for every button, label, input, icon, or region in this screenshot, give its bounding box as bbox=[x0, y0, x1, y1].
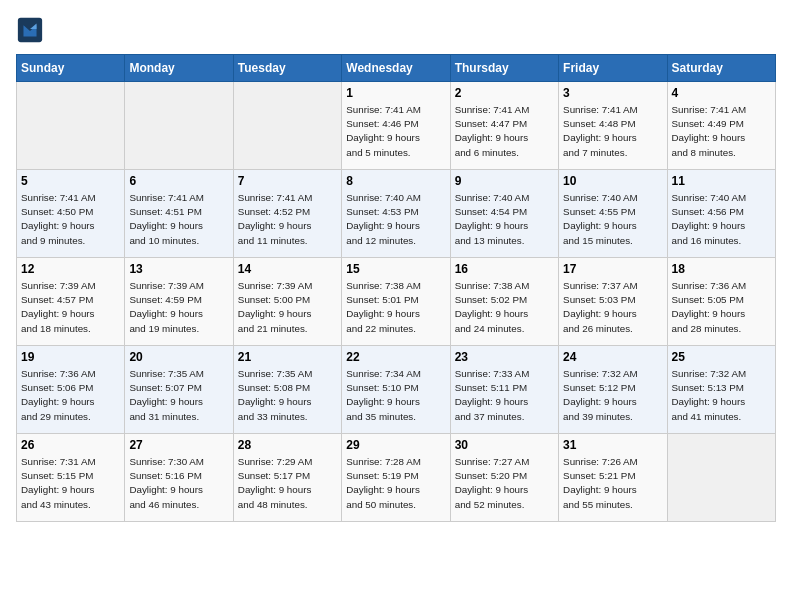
day-cell: 1Sunrise: 7:41 AM Sunset: 4:46 PM Daylig… bbox=[342, 82, 450, 170]
day-cell: 8Sunrise: 7:40 AM Sunset: 4:53 PM Daylig… bbox=[342, 170, 450, 258]
day-cell: 7Sunrise: 7:41 AM Sunset: 4:52 PM Daylig… bbox=[233, 170, 341, 258]
day-cell: 23Sunrise: 7:33 AM Sunset: 5:11 PM Dayli… bbox=[450, 346, 558, 434]
calendar-table: SundayMondayTuesdayWednesdayThursdayFrid… bbox=[16, 54, 776, 522]
day-info: Sunrise: 7:36 AM Sunset: 5:05 PM Dayligh… bbox=[672, 279, 771, 336]
day-number: 23 bbox=[455, 350, 554, 364]
day-cell: 5Sunrise: 7:41 AM Sunset: 4:50 PM Daylig… bbox=[17, 170, 125, 258]
day-info: Sunrise: 7:41 AM Sunset: 4:46 PM Dayligh… bbox=[346, 103, 445, 160]
header bbox=[16, 16, 776, 44]
day-info: Sunrise: 7:33 AM Sunset: 5:11 PM Dayligh… bbox=[455, 367, 554, 424]
day-info: Sunrise: 7:41 AM Sunset: 4:49 PM Dayligh… bbox=[672, 103, 771, 160]
day-info: Sunrise: 7:27 AM Sunset: 5:20 PM Dayligh… bbox=[455, 455, 554, 512]
day-cell: 2Sunrise: 7:41 AM Sunset: 4:47 PM Daylig… bbox=[450, 82, 558, 170]
day-cell: 19Sunrise: 7:36 AM Sunset: 5:06 PM Dayli… bbox=[17, 346, 125, 434]
day-cell: 15Sunrise: 7:38 AM Sunset: 5:01 PM Dayli… bbox=[342, 258, 450, 346]
day-info: Sunrise: 7:39 AM Sunset: 4:57 PM Dayligh… bbox=[21, 279, 120, 336]
day-cell: 27Sunrise: 7:30 AM Sunset: 5:16 PM Dayli… bbox=[125, 434, 233, 522]
day-number: 20 bbox=[129, 350, 228, 364]
day-info: Sunrise: 7:41 AM Sunset: 4:48 PM Dayligh… bbox=[563, 103, 662, 160]
day-cell: 13Sunrise: 7:39 AM Sunset: 4:59 PM Dayli… bbox=[125, 258, 233, 346]
week-row-1: 1Sunrise: 7:41 AM Sunset: 4:46 PM Daylig… bbox=[17, 82, 776, 170]
day-info: Sunrise: 7:39 AM Sunset: 5:00 PM Dayligh… bbox=[238, 279, 337, 336]
day-info: Sunrise: 7:26 AM Sunset: 5:21 PM Dayligh… bbox=[563, 455, 662, 512]
day-cell: 29Sunrise: 7:28 AM Sunset: 5:19 PM Dayli… bbox=[342, 434, 450, 522]
day-info: Sunrise: 7:41 AM Sunset: 4:52 PM Dayligh… bbox=[238, 191, 337, 248]
day-number: 25 bbox=[672, 350, 771, 364]
day-cell: 9Sunrise: 7:40 AM Sunset: 4:54 PM Daylig… bbox=[450, 170, 558, 258]
svg-rect-0 bbox=[18, 18, 42, 42]
day-info: Sunrise: 7:38 AM Sunset: 5:02 PM Dayligh… bbox=[455, 279, 554, 336]
day-info: Sunrise: 7:35 AM Sunset: 5:07 PM Dayligh… bbox=[129, 367, 228, 424]
day-cell: 18Sunrise: 7:36 AM Sunset: 5:05 PM Dayli… bbox=[667, 258, 775, 346]
day-header-wednesday: Wednesday bbox=[342, 55, 450, 82]
day-cell: 10Sunrise: 7:40 AM Sunset: 4:55 PM Dayli… bbox=[559, 170, 667, 258]
logo-icon bbox=[16, 16, 44, 44]
day-info: Sunrise: 7:32 AM Sunset: 5:13 PM Dayligh… bbox=[672, 367, 771, 424]
day-number: 24 bbox=[563, 350, 662, 364]
day-number: 28 bbox=[238, 438, 337, 452]
day-cell: 3Sunrise: 7:41 AM Sunset: 4:48 PM Daylig… bbox=[559, 82, 667, 170]
day-cell: 24Sunrise: 7:32 AM Sunset: 5:12 PM Dayli… bbox=[559, 346, 667, 434]
day-cell bbox=[125, 82, 233, 170]
week-row-4: 19Sunrise: 7:36 AM Sunset: 5:06 PM Dayli… bbox=[17, 346, 776, 434]
day-header-tuesday: Tuesday bbox=[233, 55, 341, 82]
day-header-friday: Friday bbox=[559, 55, 667, 82]
week-row-3: 12Sunrise: 7:39 AM Sunset: 4:57 PM Dayli… bbox=[17, 258, 776, 346]
day-cell bbox=[667, 434, 775, 522]
day-number: 31 bbox=[563, 438, 662, 452]
day-info: Sunrise: 7:40 AM Sunset: 4:54 PM Dayligh… bbox=[455, 191, 554, 248]
day-info: Sunrise: 7:34 AM Sunset: 5:10 PM Dayligh… bbox=[346, 367, 445, 424]
day-cell: 31Sunrise: 7:26 AM Sunset: 5:21 PM Dayli… bbox=[559, 434, 667, 522]
day-header-sunday: Sunday bbox=[17, 55, 125, 82]
day-info: Sunrise: 7:36 AM Sunset: 5:06 PM Dayligh… bbox=[21, 367, 120, 424]
day-info: Sunrise: 7:32 AM Sunset: 5:12 PM Dayligh… bbox=[563, 367, 662, 424]
day-cell: 21Sunrise: 7:35 AM Sunset: 5:08 PM Dayli… bbox=[233, 346, 341, 434]
day-cell: 26Sunrise: 7:31 AM Sunset: 5:15 PM Dayli… bbox=[17, 434, 125, 522]
day-cell bbox=[233, 82, 341, 170]
day-info: Sunrise: 7:40 AM Sunset: 4:56 PM Dayligh… bbox=[672, 191, 771, 248]
day-number: 12 bbox=[21, 262, 120, 276]
day-number: 6 bbox=[129, 174, 228, 188]
day-number: 10 bbox=[563, 174, 662, 188]
day-number: 1 bbox=[346, 86, 445, 100]
day-info: Sunrise: 7:37 AM Sunset: 5:03 PM Dayligh… bbox=[563, 279, 662, 336]
day-number: 13 bbox=[129, 262, 228, 276]
day-cell: 12Sunrise: 7:39 AM Sunset: 4:57 PM Dayli… bbox=[17, 258, 125, 346]
day-number: 9 bbox=[455, 174, 554, 188]
day-number: 21 bbox=[238, 350, 337, 364]
day-number: 3 bbox=[563, 86, 662, 100]
day-cell: 20Sunrise: 7:35 AM Sunset: 5:07 PM Dayli… bbox=[125, 346, 233, 434]
day-number: 17 bbox=[563, 262, 662, 276]
day-cell: 30Sunrise: 7:27 AM Sunset: 5:20 PM Dayli… bbox=[450, 434, 558, 522]
day-number: 11 bbox=[672, 174, 771, 188]
day-info: Sunrise: 7:35 AM Sunset: 5:08 PM Dayligh… bbox=[238, 367, 337, 424]
day-cell bbox=[17, 82, 125, 170]
day-info: Sunrise: 7:30 AM Sunset: 5:16 PM Dayligh… bbox=[129, 455, 228, 512]
day-info: Sunrise: 7:38 AM Sunset: 5:01 PM Dayligh… bbox=[346, 279, 445, 336]
day-header-thursday: Thursday bbox=[450, 55, 558, 82]
day-info: Sunrise: 7:40 AM Sunset: 4:53 PM Dayligh… bbox=[346, 191, 445, 248]
day-number: 16 bbox=[455, 262, 554, 276]
day-number: 19 bbox=[21, 350, 120, 364]
day-info: Sunrise: 7:41 AM Sunset: 4:51 PM Dayligh… bbox=[129, 191, 228, 248]
day-header-saturday: Saturday bbox=[667, 55, 775, 82]
day-cell: 25Sunrise: 7:32 AM Sunset: 5:13 PM Dayli… bbox=[667, 346, 775, 434]
day-number: 2 bbox=[455, 86, 554, 100]
day-cell: 14Sunrise: 7:39 AM Sunset: 5:00 PM Dayli… bbox=[233, 258, 341, 346]
day-cell: 17Sunrise: 7:37 AM Sunset: 5:03 PM Dayli… bbox=[559, 258, 667, 346]
day-number: 18 bbox=[672, 262, 771, 276]
day-info: Sunrise: 7:41 AM Sunset: 4:50 PM Dayligh… bbox=[21, 191, 120, 248]
day-header-monday: Monday bbox=[125, 55, 233, 82]
day-cell: 22Sunrise: 7:34 AM Sunset: 5:10 PM Dayli… bbox=[342, 346, 450, 434]
day-info: Sunrise: 7:39 AM Sunset: 4:59 PM Dayligh… bbox=[129, 279, 228, 336]
day-number: 26 bbox=[21, 438, 120, 452]
day-number: 15 bbox=[346, 262, 445, 276]
week-row-2: 5Sunrise: 7:41 AM Sunset: 4:50 PM Daylig… bbox=[17, 170, 776, 258]
day-number: 14 bbox=[238, 262, 337, 276]
day-number: 8 bbox=[346, 174, 445, 188]
day-number: 22 bbox=[346, 350, 445, 364]
day-number: 4 bbox=[672, 86, 771, 100]
day-number: 7 bbox=[238, 174, 337, 188]
day-number: 27 bbox=[129, 438, 228, 452]
header-row: SundayMondayTuesdayWednesdayThursdayFrid… bbox=[17, 55, 776, 82]
